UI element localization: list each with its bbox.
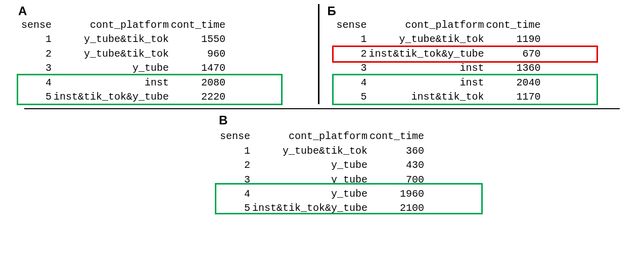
table-B: sense cont_platform cont_time 1 y_tube&t… [336, 18, 542, 104]
cell-sense: 3 [20, 61, 53, 75]
horizontal-divider [24, 108, 620, 109]
col-sense: sense [20, 18, 53, 32]
vertical-divider [318, 4, 319, 104]
table-A: sense cont_platform cont_time 1 y_tube&t… [20, 18, 226, 104]
col-sense: sense [219, 129, 251, 144]
cell-platform: inst&tik_tok&y_tube [368, 47, 485, 61]
cell-time: 2080 [170, 76, 226, 90]
panel-V: В sense cont_platform cont_time 1 y_tube… [219, 114, 425, 215]
cell-platform: inst [368, 76, 485, 90]
panel-A: А sense cont_platform cont_time 1 y_tube… [15, 4, 314, 104]
col-platform: cont_platform [251, 129, 369, 144]
panel-label-V: В [219, 114, 227, 126]
top-row: А sense cont_platform cont_time 1 y_tube… [15, 4, 629, 104]
cell-time: 670 [485, 47, 542, 61]
cell-platform: inst [53, 76, 170, 90]
cell-platform: y_tube [53, 61, 170, 75]
cell-platform: y_tube&tik_tok [53, 32, 170, 47]
cell-time: 960 [170, 47, 226, 61]
table-row: 5 inst&tik_tok&y_tube 2220 [20, 90, 226, 104]
panel-B: Б sense cont_platform cont_time 1 y_tube… [324, 4, 629, 104]
cell-sense: 4 [336, 76, 368, 90]
table-row: 2 y_tube&tik_tok 960 [20, 47, 226, 61]
table-row: 2 y_tube 430 [219, 158, 425, 172]
cell-time: 1360 [485, 61, 542, 75]
page: А sense cont_platform cont_time 1 y_tube… [0, 0, 644, 270]
cell-time: 2220 [170, 90, 226, 104]
cell-time: 360 [369, 144, 425, 158]
cell-sense: 4 [219, 187, 251, 201]
col-platform: cont_platform [368, 18, 485, 32]
cell-time: 1960 [369, 187, 425, 201]
cell-platform: y_tube [251, 158, 369, 172]
cell-sense: 4 [20, 76, 53, 90]
cell-sense: 5 [20, 90, 53, 104]
cell-platform: y_tube&tik_tok [251, 144, 369, 158]
table-row: 4 inst 2080 [20, 76, 226, 90]
cell-platform: inst&tik_tok&y_tube [53, 90, 170, 104]
cell-platform: y_tube [251, 187, 369, 201]
table-row: 3 inst 1360 [336, 61, 542, 75]
cell-sense: 2 [219, 158, 251, 172]
cell-platform: inst [368, 61, 485, 75]
table-row: 3 y_tube 1470 [20, 61, 226, 75]
col-platform: cont_platform [53, 18, 170, 32]
table-row: 1 y_tube&tik_tok 1190 [336, 32, 542, 47]
cell-time: 1550 [170, 32, 226, 47]
col-time: cont_time [485, 18, 542, 32]
cell-sense: 2 [336, 47, 368, 61]
table-row: 5 inst&tik_tok&y_tube 2100 [219, 201, 425, 215]
cell-time: 700 [369, 173, 425, 187]
cell-sense: 3 [219, 173, 251, 187]
table-row: 2 inst&tik_tok&y_tube 670 [336, 47, 542, 61]
cell-time: 1470 [170, 61, 226, 75]
cell-time: 1190 [485, 32, 542, 47]
panel-label-A: А [18, 5, 27, 17]
cell-platform: inst&tik_tok [368, 90, 485, 104]
cell-sense: 2 [20, 47, 53, 61]
cell-sense: 1 [219, 144, 251, 158]
cell-platform: y_tube&tik_tok [368, 32, 485, 47]
cell-sense: 5 [219, 201, 251, 215]
cell-time: 430 [369, 158, 425, 172]
cell-platform: y_tube [251, 173, 369, 187]
table-header: sense cont_platform cont_time [20, 18, 226, 32]
table-row: 1 y_tube&tik_tok 360 [219, 144, 425, 158]
cell-platform: y_tube&tik_tok [53, 47, 170, 61]
table-row: 5 inst&tik_tok 1170 [336, 90, 542, 104]
cell-time: 2040 [485, 76, 542, 90]
table-header: sense cont_platform cont_time [219, 129, 425, 144]
bottom-row: В sense cont_platform cont_time 1 y_tube… [15, 114, 629, 215]
table-V: sense cont_platform cont_time 1 y_tube&t… [219, 129, 425, 215]
cell-platform: inst&tik_tok&y_tube [251, 201, 369, 215]
table-row: 1 y_tube&tik_tok 1550 [20, 32, 226, 47]
table-row: 4 y_tube 1960 [219, 187, 425, 201]
table-header: sense cont_platform cont_time [336, 18, 542, 32]
table-row: 3 y_tube 700 [219, 173, 425, 187]
col-time: cont_time [369, 129, 425, 144]
cell-sense: 3 [336, 61, 368, 75]
cell-time: 1170 [485, 90, 542, 104]
cell-sense: 1 [20, 32, 53, 47]
table-row: 4 inst 2040 [336, 76, 542, 90]
cell-sense: 5 [336, 90, 368, 104]
col-time: cont_time [170, 18, 226, 32]
cell-sense: 1 [336, 32, 368, 47]
panel-label-B: Б [328, 5, 336, 17]
cell-time: 2100 [369, 201, 425, 215]
col-sense: sense [336, 18, 368, 32]
